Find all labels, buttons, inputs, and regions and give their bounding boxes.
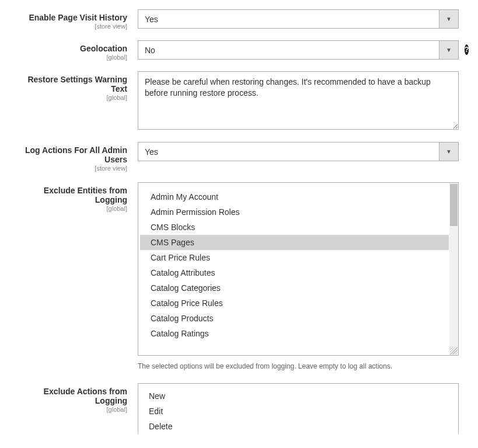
exclude-actions-multiselect[interactable]: NewEditDelete — [138, 383, 459, 434]
action-option[interactable]: Edit — [138, 404, 458, 419]
exclude-entities-helptext: The selected options will be excluded fr… — [138, 362, 459, 370]
help-icon[interactable]: ? — [465, 44, 469, 55]
scope-text: [global] — [11, 54, 127, 61]
enable-history-value: Yes — [138, 10, 439, 28]
entity-option[interactable]: Catalog Attributes — [140, 265, 449, 280]
entity-option[interactable]: Cart Price Rules — [140, 250, 449, 265]
label-text: Restore Settings Warning Text — [27, 75, 127, 93]
label-enable-history: Enable Page Visit History [store view] — [11, 9, 138, 30]
enable-history-select[interactable]: Yes ▼ — [138, 9, 459, 29]
entity-option[interactable]: Catalog Products — [140, 311, 449, 326]
label-exclude-entities: Exclude Entities from Logging [global] — [11, 182, 138, 212]
resize-grip-icon[interactable] — [450, 347, 458, 355]
label-log-all: Log Actions For All Admin Users [store v… — [11, 142, 138, 172]
scope-text: [global] — [11, 406, 127, 413]
entity-option[interactable]: Catalog Ratings — [140, 326, 449, 341]
entity-option[interactable]: Catalog Price Rules — [140, 296, 449, 311]
scope-text: [global] — [11, 205, 127, 212]
exclude-entities-multiselect[interactable]: Admin My AccountAdmin Permission RolesCM… — [138, 182, 459, 356]
scrollbar-thumb[interactable] — [450, 184, 458, 226]
scope-text: [store view] — [11, 165, 127, 172]
log-all-select[interactable]: Yes ▼ — [138, 142, 459, 161]
action-option[interactable]: New — [138, 388, 458, 404]
label-restore-text: Restore Settings Warning Text [global] — [11, 71, 138, 101]
action-option[interactable]: Delete — [138, 419, 458, 434]
scope-text: [store view] — [11, 23, 127, 30]
entity-option[interactable]: CMS Blocks — [140, 220, 449, 235]
label-text: Geolocation — [80, 44, 127, 53]
chevron-down-icon: ▼ — [439, 41, 458, 59]
geolocation-value: No — [138, 41, 439, 59]
restore-warning-textarea[interactable] — [138, 71, 459, 130]
geolocation-select[interactable]: No ▼ — [138, 40, 459, 60]
scope-text: [global] — [11, 94, 127, 101]
log-all-value: Yes — [138, 143, 439, 161]
entity-option[interactable]: Admin Permission Roles — [140, 204, 449, 220]
label-geolocation: Geolocation [global] — [11, 40, 138, 61]
label-text: Log Actions For All Admin Users — [25, 145, 127, 164]
label-text: Exclude Entities from Logging — [44, 186, 127, 204]
label-exclude-actions: Exclude Actions from Logging [global] — [11, 383, 138, 413]
chevron-down-icon: ▼ — [439, 10, 458, 28]
label-text: Exclude Actions from Logging — [44, 387, 127, 405]
chevron-down-icon: ▼ — [439, 143, 458, 161]
scrollbar[interactable] — [449, 183, 458, 355]
label-text: Enable Page Visit History — [29, 13, 127, 22]
entity-option[interactable]: Catalog Categories — [140, 280, 449, 296]
entity-option[interactable]: Admin My Account — [140, 189, 449, 204]
entity-option[interactable]: CMS Pages — [140, 235, 449, 250]
